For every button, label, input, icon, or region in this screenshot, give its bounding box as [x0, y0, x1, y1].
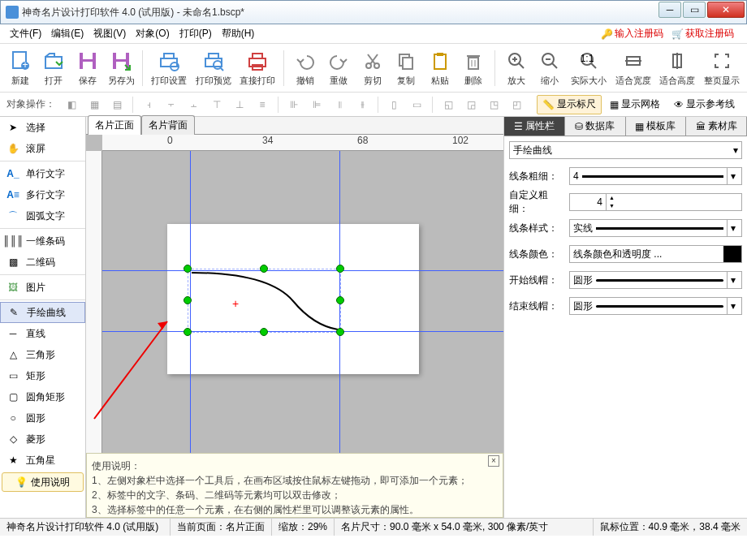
handle-sw[interactable]	[184, 328, 192, 336]
redo-button[interactable]: 重做	[324, 46, 354, 90]
tool-single-text[interactable]: A_单行文字	[0, 163, 85, 184]
align-btn-1[interactable]: ◧	[62, 96, 81, 114]
copy-button[interactable]: 复制	[391, 46, 421, 90]
rtab-properties[interactable]: ☰属性栏	[504, 117, 565, 136]
print-preview-button[interactable]: 打印预览	[192, 46, 234, 90]
order-btn-2[interactable]: ◲	[461, 96, 481, 114]
full-page-button[interactable]: 整页显示	[701, 46, 742, 90]
tool-multi-text[interactable]: A≡多行文字	[0, 184, 85, 205]
tool-pan[interactable]: ✋滚屏	[0, 138, 85, 159]
svg-rect-7	[116, 53, 126, 59]
order-btn-1[interactable]: ◱	[438, 96, 458, 114]
tool-rect[interactable]: ▭矩形	[0, 365, 85, 386]
actual-size-button[interactable]: 1:1实际大小	[568, 46, 610, 90]
enter-reg-link[interactable]: 🔑输入注册码	[601, 27, 663, 41]
arctext-icon: ⌒	[5, 209, 21, 222]
tab-front[interactable]: 名片正面	[88, 115, 141, 135]
fit-height-button[interactable]: 适合高度	[657, 46, 698, 90]
handle-w[interactable]	[184, 296, 192, 304]
spinner-buttons[interactable]: ▲▼	[606, 194, 617, 210]
zoomout-button[interactable]: 缩小	[534, 46, 564, 90]
handle-s[interactable]	[260, 328, 268, 336]
align-btn-6[interactable]: ⫠	[184, 96, 204, 114]
object-type-select[interactable]: 手绘曲线▾	[509, 141, 742, 159]
show-grid-toggle[interactable]: ▦显示网格	[604, 95, 666, 114]
delete-button[interactable]: 删除	[458, 46, 488, 90]
handle-ne[interactable]	[336, 265, 344, 273]
linewidth-select[interactable]: 4▾	[569, 167, 742, 185]
tool-triangle[interactable]: △三角形	[0, 344, 85, 365]
dist-btn-4[interactable]: ⫵	[352, 96, 372, 114]
tool-diamond[interactable]: ◇菱形	[0, 429, 85, 450]
tab-back[interactable]: 名片背面	[141, 115, 195, 135]
menu-print[interactable]: 打印(P)	[175, 25, 217, 42]
align-btn-8[interactable]: ⊥	[230, 96, 249, 114]
startcap-select[interactable]: 圆形▾	[569, 271, 742, 289]
dist-btn-2[interactable]: ⊫	[307, 96, 326, 114]
align-btn-9[interactable]: ≡	[253, 96, 272, 114]
show-ruler-toggle[interactable]: 📏显示标尺	[537, 95, 602, 114]
handle-n[interactable]	[260, 265, 268, 273]
linecolor-button[interactable]: 线条颜色和透明度 ...	[569, 245, 742, 263]
minimize-button[interactable]: ─	[658, 2, 681, 18]
svg-rect-5	[83, 62, 93, 69]
menu-file[interactable]: 文件(F)	[5, 25, 46, 42]
multitext-icon: A≡	[5, 188, 21, 201]
custwidth-input[interactable]: 4▲▼	[569, 193, 742, 211]
menu-help[interactable]: 帮助(H)	[217, 25, 260, 42]
tool-arc-text[interactable]: ⌒圆弧文字	[0, 205, 85, 226]
rtab-database[interactable]: ⛁数据库	[565, 117, 626, 136]
get-reg-link[interactable]: 🛒获取注册码	[671, 27, 734, 41]
new-button[interactable]: +新建	[5, 46, 35, 90]
size-btn-2[interactable]: ▭	[407, 96, 426, 114]
endcap-select[interactable]: 圆形▾	[569, 297, 742, 315]
handle-nw[interactable]	[184, 265, 192, 273]
print-now-button[interactable]: 直接打印	[237, 46, 279, 90]
maximize-button[interactable]: ▭	[683, 2, 706, 18]
cut-button[interactable]: 剪切	[357, 46, 387, 90]
tool-ellipse[interactable]: ○圆形	[0, 407, 85, 429]
align-btn-4[interactable]: ⫞	[139, 96, 158, 114]
help-close-button[interactable]: ×	[488, 455, 499, 467]
open-button[interactable]: 打开	[38, 46, 68, 90]
dist-btn-1[interactable]: ⊪	[284, 96, 304, 114]
dist-btn-3[interactable]: ⫴	[330, 96, 349, 114]
rtab-assets[interactable]: 🏛素材库	[686, 117, 747, 136]
zoomin-button[interactable]: 放大	[501, 46, 531, 90]
align-btn-2[interactable]: ▦	[84, 96, 104, 114]
menu-object[interactable]: 对象(O)	[131, 25, 174, 42]
print-settings-button[interactable]: 打印设置	[149, 46, 190, 90]
paste-button[interactable]: 粘贴	[425, 46, 455, 90]
align-btn-5[interactable]: ⫟	[162, 96, 181, 114]
handle-se[interactable]	[336, 328, 344, 336]
selected-object[interactable]: +	[188, 269, 342, 334]
tool-barcode[interactable]: ║║║一维条码	[0, 230, 85, 252]
size-btn-1[interactable]: ▯	[384, 96, 404, 114]
linestyle-select[interactable]: 实线▾	[569, 219, 742, 237]
align-btn-3[interactable]: ▤	[107, 96, 127, 114]
menu-edit[interactable]: 编辑(E)	[46, 25, 89, 42]
close-button[interactable]: ✕	[707, 2, 745, 18]
tool-line[interactable]: ─直线	[0, 323, 85, 344]
order-btn-4[interactable]: ◰	[507, 96, 526, 114]
show-guides-toggle[interactable]: 👁显示参考线	[668, 95, 741, 114]
help-button[interactable]: 💡使用说明	[2, 472, 84, 492]
menu-view[interactable]: 视图(V)	[89, 25, 131, 42]
saveas-button[interactable]: 另存为	[106, 46, 136, 90]
handle-e[interactable]	[336, 296, 344, 304]
tool-star[interactable]: ★五角星	[0, 450, 85, 471]
tool-qrcode[interactable]: ▩二维码	[0, 252, 85, 273]
save-button[interactable]: 保存	[72, 46, 102, 90]
tool-freehand[interactable]: ✎手绘曲线	[0, 302, 85, 323]
main-area: ➤选择 ✋滚屏 A_单行文字 A≡多行文字 ⌒圆弧文字 ║║║一维条码 ▩二维码…	[0, 117, 747, 518]
align-btn-7[interactable]: ⊤	[207, 96, 227, 114]
key-icon: 🔑	[601, 28, 613, 40]
tool-image[interactable]: 🖼图片	[0, 277, 85, 298]
tool-roundrect[interactable]: ▢圆角矩形	[0, 386, 85, 407]
tool-select[interactable]: ➤选择	[0, 117, 85, 138]
undo-button[interactable]: 撤销	[290, 46, 320, 90]
canvas[interactable]: +	[102, 151, 503, 453]
fit-width-button[interactable]: 适合宽度	[612, 46, 654, 90]
rtab-templates[interactable]: ▦模板库	[626, 117, 687, 136]
order-btn-3[interactable]: ◳	[484, 96, 503, 114]
